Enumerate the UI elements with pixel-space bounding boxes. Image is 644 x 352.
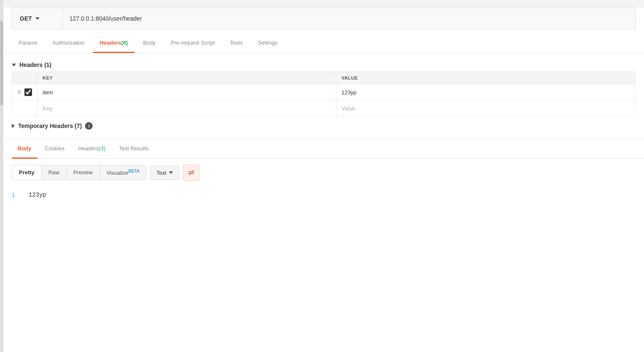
response-tab-body[interactable]: Body <box>12 139 37 159</box>
response-tab-test-results[interactable]: Test Results <box>113 139 155 159</box>
key-cell[interactable]: item <box>43 89 53 96</box>
key-placeholder[interactable]: Key <box>43 105 52 112</box>
col-key-header: KEY <box>37 72 336 84</box>
wrap-icon: ⇌ <box>188 168 194 177</box>
headers-badge: (8) <box>121 40 128 46</box>
beta-tag: BETA <box>128 169 139 173</box>
raw-button[interactable]: Raw <box>42 165 67 179</box>
new-row: Key Value <box>12 101 636 116</box>
pretty-button[interactable]: Pretty <box>12 165 42 179</box>
method-chevron-icon <box>35 17 40 20</box>
code-value: 123yp <box>29 192 46 198</box>
temp-headers-title: Temporary Headers (7) <box>18 123 82 129</box>
response-headers-badge: (3) <box>99 145 106 152</box>
headers-section-toggle[interactable]: Headers (1) <box>12 55 636 72</box>
method-selector[interactable]: GET <box>12 8 63 29</box>
tab-body[interactable]: Body <box>136 34 162 53</box>
tab-settings[interactable]: Settings <box>251 34 285 53</box>
tab-tests[interactable]: Tests <box>223 34 249 53</box>
format-group: Pretty Raw Preview VisualizeBETA <box>12 165 146 180</box>
type-label: Text <box>156 170 166 176</box>
expand-temp-headers-icon[interactable] <box>12 124 15 128</box>
value-cell[interactable]: 123yp <box>341 89 356 96</box>
response-tab-cookies[interactable]: Cookies <box>39 139 71 159</box>
tab-pre-request-script[interactable]: Pre-request Script <box>164 34 222 53</box>
temp-headers-section: Temporary Headers (7) i <box>3 116 644 136</box>
tab-params[interactable]: Params <box>12 34 44 53</box>
code-output: 1 123yp <box>3 187 644 203</box>
table-row: ≡ item 123yp <box>12 84 636 101</box>
visualize-button[interactable]: VisualizeBETA <box>100 165 146 179</box>
url-input[interactable] <box>63 15 635 22</box>
drag-icon[interactable]: ≡ <box>17 88 21 96</box>
col-value-header: VALUE <box>336 72 636 84</box>
row-checkbox[interactable] <box>24 88 32 96</box>
preview-button[interactable]: Preview <box>67 165 100 179</box>
type-selector[interactable]: Text <box>150 166 179 180</box>
wrap-button[interactable]: ⇌ <box>183 165 200 181</box>
type-chevron-icon <box>169 171 173 174</box>
collapse-headers-icon <box>12 64 16 67</box>
line-number: 1 <box>12 192 20 198</box>
info-icon: i <box>85 122 93 130</box>
tab-authorization[interactable]: Authorization <box>46 34 91 53</box>
response-tab-headers[interactable]: Headers(3) <box>72 139 111 159</box>
value-placeholder[interactable]: Value <box>341 105 355 112</box>
headers-table: KEY VALUE ≡ item <box>12 72 636 116</box>
headers-section-title: Headers (1) <box>19 61 51 68</box>
method-label: GET <box>20 15 32 22</box>
tab-headers[interactable]: Headers(8) <box>93 34 135 53</box>
